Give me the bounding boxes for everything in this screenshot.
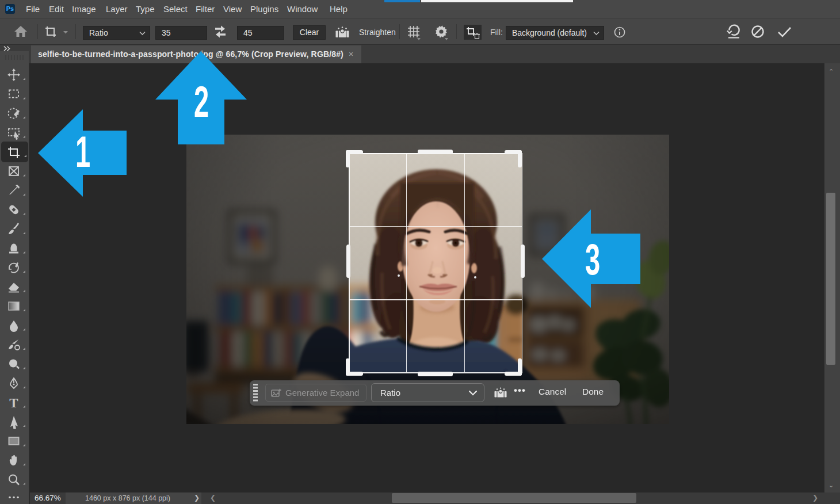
svg-text:1: 1 bbox=[75, 127, 90, 175]
svg-text:2: 2 bbox=[194, 77, 209, 125]
svg-text:3: 3 bbox=[585, 235, 600, 283]
